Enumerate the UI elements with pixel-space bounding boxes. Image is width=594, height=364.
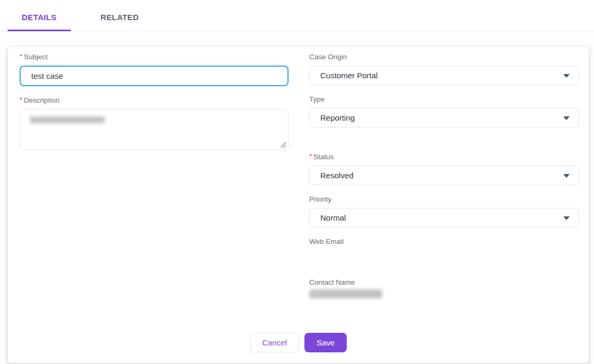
chevron-down-icon: [563, 174, 570, 178]
required-asterisk: *: [20, 53, 22, 60]
web-email-value: [309, 249, 579, 270]
web-email-field-group: Web Email: [309, 238, 579, 270]
description-textarea[interactable]: [20, 109, 289, 150]
status-field-group: * Status Resolved: [309, 153, 579, 185]
case-origin-value: Customer Portal: [320, 71, 377, 80]
priority-label: Priority: [309, 195, 579, 203]
tab-bar: DETAILS RELATED: [0, 0, 594, 31]
left-column: * Subject * Description: [20, 53, 289, 306]
status-select[interactable]: Resolved: [309, 166, 579, 185]
chevron-down-icon: [563, 216, 570, 220]
case-edit-card: * Subject * Description: [7, 46, 589, 363]
contact-name-field-group: Contact Name: [309, 278, 579, 298]
description-field-group: * Description: [20, 96, 289, 150]
status-label: * Status: [309, 153, 579, 161]
case-origin-select[interactable]: Customer Portal: [309, 66, 579, 85]
subject-label: * Subject: [20, 53, 289, 61]
tab-details[interactable]: DETAILS: [7, 13, 71, 31]
status-value: Resolved: [320, 171, 354, 180]
priority-value: Normal: [320, 213, 346, 222]
web-email-label: Web Email: [309, 238, 579, 245]
description-redacted-value: [30, 116, 105, 123]
case-origin-label: Case Origin: [309, 53, 579, 61]
subject-input[interactable]: [20, 66, 289, 86]
type-field-group: Type Reporting: [309, 95, 579, 128]
chevron-down-icon: [563, 116, 570, 120]
priority-select[interactable]: Normal: [309, 208, 579, 228]
form-actions: Cancel Save: [20, 333, 577, 352]
description-label: * Description: [20, 96, 289, 104]
case-origin-field-group: Case Origin Customer Portal: [309, 53, 579, 85]
required-asterisk: *: [20, 96, 22, 104]
type-select[interactable]: Reporting: [309, 108, 579, 128]
resize-handle-icon[interactable]: [280, 142, 286, 148]
required-asterisk: *: [309, 153, 312, 160]
cancel-button[interactable]: Cancel: [250, 333, 299, 352]
type-label: Type: [309, 95, 579, 103]
contact-name-redacted-value: [309, 289, 382, 298]
chevron-down-icon: [563, 74, 570, 78]
save-button[interactable]: Save: [304, 333, 347, 352]
contact-name-label: Contact Name: [309, 278, 579, 286]
type-value: Reporting: [320, 113, 355, 122]
subject-field-group: * Subject: [20, 53, 289, 86]
tab-related[interactable]: RELATED: [88, 13, 151, 31]
right-column: Case Origin Customer Portal Type Reporti…: [309, 53, 579, 306]
priority-field-group: Priority Normal: [309, 195, 579, 228]
form-columns: * Subject * Description: [20, 53, 577, 306]
